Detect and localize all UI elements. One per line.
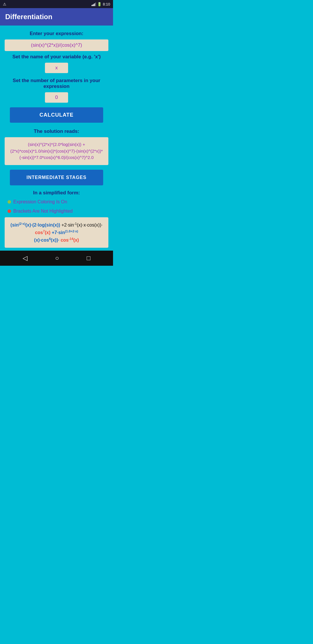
result-part3: cos7(x)	[35, 230, 52, 235]
result-part4: +7·sin(1.0+2·x)	[52, 230, 78, 235]
intermediate-stages-button[interactable]: INTERMEDIATE STAGES	[10, 170, 103, 185]
result-box: (sin(2·x)(x)·(2·log(sin(x)) +2·sin-1(x)·…	[5, 217, 108, 248]
solution-text: (sin(x)^(2*x)*(2.0*log(sin(x)) + (2*x)*c…	[10, 142, 103, 160]
result-part5: (x)·cos6(x))·	[34, 238, 61, 243]
nav-bar: ◁ ○ □	[0, 251, 113, 266]
status-bar: ⚠ 🔋 8:10	[0, 0, 113, 8]
brackets-toggle-row[interactable]: Brackets Are Not Highlighted	[5, 208, 108, 214]
back-button[interactable]: ◁	[23, 254, 28, 262]
calculate-button[interactable]: CALCULATE	[10, 107, 103, 123]
coloring-on-dot	[8, 200, 11, 204]
variable-input[interactable]	[45, 63, 68, 73]
solution-label: The solution reads:	[34, 129, 79, 134]
brackets-label: Brackets Are Not Highlighted	[13, 209, 73, 214]
result-part2: +2·sin-1(x)·x·cos(x))·	[61, 222, 103, 227]
battery-icon: 🔋	[97, 2, 102, 6]
parameters-input[interactable]	[45, 92, 68, 103]
result-part1: (sin(2·x)(x)·(2·log(sin(x))	[10, 222, 61, 227]
coloring-label: Expression Coloring Is On	[13, 199, 67, 205]
home-button[interactable]: ○	[55, 254, 59, 262]
solution-box: (sin(x)^(2*x)*(2.0*log(sin(x)) + (2*x)*c…	[5, 137, 108, 165]
result-part6: cos-14(x)	[61, 238, 79, 243]
expression-label: Enter your expression:	[30, 31, 83, 37]
status-right: 🔋 8:10	[92, 2, 110, 6]
brackets-off-dot	[8, 209, 11, 213]
app-title: Differentiation	[5, 13, 52, 21]
recent-button[interactable]: □	[87, 254, 90, 262]
expression-input[interactable]	[5, 39, 108, 51]
clock: 8:10	[103, 2, 110, 6]
main-content: Enter your expression: Set the name of y…	[0, 26, 113, 251]
app-bar: Differentiation	[0, 8, 113, 26]
variable-label: Set the name of your variable (e.g. 'x')	[12, 54, 101, 60]
signal-icon	[92, 2, 96, 6]
status-left: ⚠	[3, 2, 6, 6]
coloring-toggle-row[interactable]: Expression Coloring Is On	[5, 199, 108, 205]
simplified-label: In a simplified form:	[33, 190, 80, 196]
parameters-label: Set the number of parameters in your exp…	[5, 78, 108, 89]
warning-icon: ⚠	[3, 2, 6, 6]
